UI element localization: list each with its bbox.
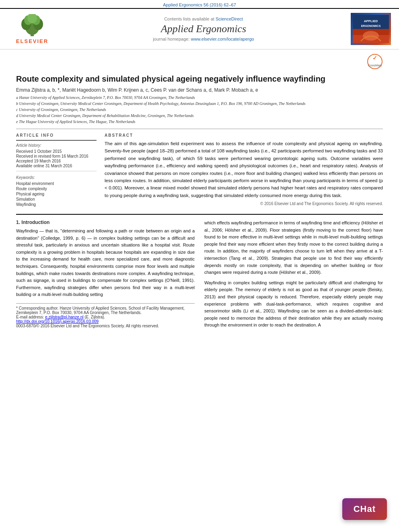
divider	[16, 129, 383, 129]
keyword-2: Route complexity	[16, 187, 97, 191]
journal-citation: Applied Ergonomics 56 (2016) 62–67	[0, 0, 399, 8]
homepage-link: journal homepage: www.elsevier.com/locat…	[64, 37, 343, 41]
citation-text: Applied Ergonomics 56 (2016) 62–67	[163, 2, 236, 7]
history-label: Article history:	[16, 143, 97, 148]
article-info-box: Article history: Received 1 October 2015…	[16, 140, 97, 171]
keywords-label: Keywords:	[16, 175, 97, 180]
abstract-heading: ABSTRACT	[105, 133, 383, 138]
section1-para3: Wayfinding in complex building settings …	[204, 279, 383, 329]
abstract-copyright: © 2016 Elsevier Ltd and The Ergonomics S…	[105, 201, 383, 206]
received-date: Received 1 October 2015	[16, 149, 97, 154]
email-link[interactable]: e.zijlstra@pl.hanze.nl	[45, 315, 83, 319]
article-info-col: ARTICLE INFO Article history: Received 1…	[16, 133, 97, 207]
affiliation-d: d University Medical Center Groningen, D…	[16, 113, 383, 119]
journal-badge-icon: APPLIED ERGONOMICS	[353, 15, 389, 43]
keyword-1: Hospital environment	[16, 181, 97, 186]
body-columns: 1. Introduction Wayfinding — that is, "d…	[16, 220, 383, 332]
svg-text:ERGONOMICS: ERGONOMICS	[361, 25, 381, 27]
body-left-col: 1. Introduction Wayfinding — that is, "d…	[16, 220, 195, 332]
sciencedirect-link: Contents lists available at ScienceDirec…	[64, 16, 343, 21]
homepage-anchor[interactable]: www.elsevier.com/locate/apergo	[191, 37, 254, 41]
crossmark-icon: ✓ CrossMark	[367, 53, 383, 70]
elsevier-tree-icon	[16, 14, 48, 38]
affiliation-a: a Hanze University of Applied Sciences, …	[16, 94, 383, 101]
accepted-date: Accepted 19 March 2016	[16, 159, 97, 163]
article-title: Route complexity and simulated physical …	[16, 74, 383, 84]
body-content: 1. Introduction Wayfinding — that is, "d…	[16, 214, 383, 332]
elsevier-logo: ELSEVIER	[8, 14, 56, 44]
affiliations: a Hanze University of Applied Sciences, …	[16, 94, 383, 125]
revised-date: Received in revised form 16 March 2016	[16, 154, 97, 158]
journal-title: Applied Ergonomics	[64, 23, 343, 35]
email-note: E-mail address: e.zijlstra@pl.hanze.nl (…	[16, 315, 195, 319]
authors-text: Emma Zijlstra a, b, *, Mariët Hagedoorn …	[16, 87, 258, 93]
svg-text:CrossMark: CrossMark	[368, 64, 382, 67]
affiliation-c: c University of Groningen, Groningen, Th…	[16, 107, 383, 113]
svg-text:✓: ✓	[372, 55, 377, 61]
journal-header: ELSEVIER Contents lists available at Sci…	[0, 8, 399, 49]
issn-line: 0003-6870/© 2016 Elsevier Ltd and The Er…	[16, 324, 195, 328]
abstract-text: The aim of this age-simulation field exp…	[105, 140, 383, 199]
corresponding-note: * Corresponding author. Hanze University…	[16, 306, 195, 315]
keywords-box: Keywords: Hospital environment Route com…	[16, 175, 97, 207]
elsevier-label: ELSEVIER	[16, 38, 48, 44]
affiliation-e: e The Hague University of Applied Scienc…	[16, 119, 383, 125]
affiliation-b: b University of Groningen, University Me…	[16, 101, 383, 107]
section1-para1: Wayfinding — that is, "determining and f…	[16, 228, 195, 298]
section1-title: 1. Introduction	[16, 220, 195, 225]
doi-line: http://dx.doi.org/10.1016/j.apergo.2016.…	[16, 319, 195, 324]
footnote-area: * Corresponding author. Hanze University…	[16, 303, 195, 319]
page: Applied Ergonomics 56 (2016) 62–67 ELSEV…	[0, 0, 399, 332]
body-right-col: which effects wayfinding performance in …	[204, 220, 383, 332]
section1-para2: which effects wayfinding performance in …	[204, 220, 383, 276]
sciencedirect-anchor[interactable]: ScienceDirect	[216, 16, 243, 21]
doi-link[interactable]: http://dx.doi.org/10.1016/j.apergo.2016.…	[16, 319, 99, 324]
svg-text:APPLIED: APPLIED	[364, 19, 378, 23]
journal-center: Contents lists available at ScienceDirec…	[56, 16, 351, 41]
article-container: ✓ CrossMark Route complexity and simulat…	[0, 53, 399, 332]
crossmark-area: ✓ CrossMark	[16, 53, 383, 70]
info-abstract-section: ARTICLE INFO Article history: Received 1…	[16, 133, 383, 207]
keyword-5: Wayfinding	[16, 202, 97, 207]
abstract-col: ABSTRACT The aim of this age-simulation …	[105, 133, 383, 207]
keyword-3: Physical ageing	[16, 192, 97, 196]
article-info-heading: ARTICLE INFO	[16, 133, 97, 138]
keyword-4: Simulation	[16, 197, 97, 201]
journal-badge: APPLIED ERGONOMICS	[351, 13, 391, 45]
available-date: Available online 31 March 2016	[16, 164, 97, 168]
authors: Emma Zijlstra a, b, *, Mariët Hagedoorn …	[16, 87, 383, 93]
